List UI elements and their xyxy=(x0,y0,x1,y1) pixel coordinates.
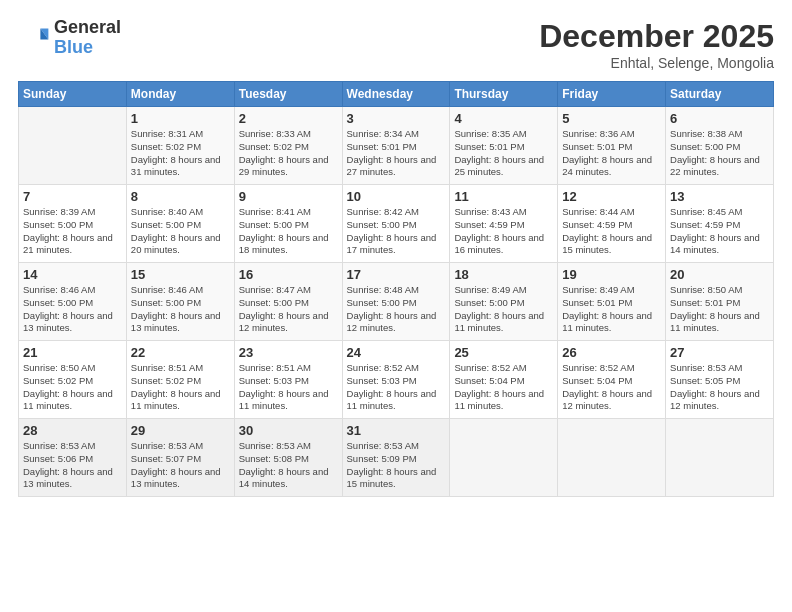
weekday-header: Friday xyxy=(558,82,666,107)
day-number: 8 xyxy=(131,189,230,204)
day-number: 23 xyxy=(239,345,338,360)
weekday-header: Tuesday xyxy=(234,82,342,107)
calendar-cell: 3Sunrise: 8:34 AMSunset: 5:01 PMDaylight… xyxy=(342,107,450,185)
calendar-body: 1Sunrise: 8:31 AMSunset: 5:02 PMDaylight… xyxy=(19,107,774,497)
calendar-cell: 27Sunrise: 8:53 AMSunset: 5:05 PMDayligh… xyxy=(666,341,774,419)
day-info: Sunrise: 8:53 AMSunset: 5:08 PMDaylight:… xyxy=(239,440,338,491)
weekday-header: Sunday xyxy=(19,82,127,107)
calendar-cell: 12Sunrise: 8:44 AMSunset: 4:59 PMDayligh… xyxy=(558,185,666,263)
weekday-header: Monday xyxy=(126,82,234,107)
calendar-cell: 29Sunrise: 8:53 AMSunset: 5:07 PMDayligh… xyxy=(126,419,234,497)
logo: General Blue xyxy=(18,18,121,58)
day-number: 30 xyxy=(239,423,338,438)
title-block: December 2025 Enhtal, Selenge, Mongolia xyxy=(539,18,774,71)
day-number: 3 xyxy=(347,111,446,126)
day-info: Sunrise: 8:39 AMSunset: 5:00 PMDaylight:… xyxy=(23,206,122,257)
day-info: Sunrise: 8:45 AMSunset: 4:59 PMDaylight:… xyxy=(670,206,769,257)
day-number: 27 xyxy=(670,345,769,360)
day-info: Sunrise: 8:31 AMSunset: 5:02 PMDaylight:… xyxy=(131,128,230,179)
calendar-cell: 2Sunrise: 8:33 AMSunset: 5:02 PMDaylight… xyxy=(234,107,342,185)
day-number: 18 xyxy=(454,267,553,282)
location: Enhtal, Selenge, Mongolia xyxy=(539,55,774,71)
day-number: 22 xyxy=(131,345,230,360)
calendar-cell: 4Sunrise: 8:35 AMSunset: 5:01 PMDaylight… xyxy=(450,107,558,185)
day-info: Sunrise: 8:46 AMSunset: 5:00 PMDaylight:… xyxy=(23,284,122,335)
day-number: 13 xyxy=(670,189,769,204)
day-info: Sunrise: 8:35 AMSunset: 5:01 PMDaylight:… xyxy=(454,128,553,179)
day-info: Sunrise: 8:50 AMSunset: 5:01 PMDaylight:… xyxy=(670,284,769,335)
calendar-cell: 18Sunrise: 8:49 AMSunset: 5:00 PMDayligh… xyxy=(450,263,558,341)
day-number: 5 xyxy=(562,111,661,126)
day-number: 19 xyxy=(562,267,661,282)
calendar-week-row: 28Sunrise: 8:53 AMSunset: 5:06 PMDayligh… xyxy=(19,419,774,497)
calendar-cell: 25Sunrise: 8:52 AMSunset: 5:04 PMDayligh… xyxy=(450,341,558,419)
day-number: 6 xyxy=(670,111,769,126)
logo-blue: Blue xyxy=(54,38,121,58)
day-info: Sunrise: 8:51 AMSunset: 5:02 PMDaylight:… xyxy=(131,362,230,413)
calendar-cell: 30Sunrise: 8:53 AMSunset: 5:08 PMDayligh… xyxy=(234,419,342,497)
day-info: Sunrise: 8:47 AMSunset: 5:00 PMDaylight:… xyxy=(239,284,338,335)
day-info: Sunrise: 8:52 AMSunset: 5:03 PMDaylight:… xyxy=(347,362,446,413)
calendar-week-row: 14Sunrise: 8:46 AMSunset: 5:00 PMDayligh… xyxy=(19,263,774,341)
day-info: Sunrise: 8:49 AMSunset: 5:01 PMDaylight:… xyxy=(562,284,661,335)
calendar-cell xyxy=(450,419,558,497)
day-number: 17 xyxy=(347,267,446,282)
day-number: 15 xyxy=(131,267,230,282)
month-title: December 2025 xyxy=(539,18,774,55)
day-number: 4 xyxy=(454,111,553,126)
calendar-cell: 17Sunrise: 8:48 AMSunset: 5:00 PMDayligh… xyxy=(342,263,450,341)
day-info: Sunrise: 8:36 AMSunset: 5:01 PMDaylight:… xyxy=(562,128,661,179)
day-number: 1 xyxy=(131,111,230,126)
day-number: 24 xyxy=(347,345,446,360)
day-info: Sunrise: 8:38 AMSunset: 5:00 PMDaylight:… xyxy=(670,128,769,179)
calendar-cell: 28Sunrise: 8:53 AMSunset: 5:06 PMDayligh… xyxy=(19,419,127,497)
day-info: Sunrise: 8:42 AMSunset: 5:00 PMDaylight:… xyxy=(347,206,446,257)
day-info: Sunrise: 8:49 AMSunset: 5:00 PMDaylight:… xyxy=(454,284,553,335)
day-info: Sunrise: 8:34 AMSunset: 5:01 PMDaylight:… xyxy=(347,128,446,179)
weekday-header: Thursday xyxy=(450,82,558,107)
calendar-header: SundayMondayTuesdayWednesdayThursdayFrid… xyxy=(19,82,774,107)
calendar-cell xyxy=(666,419,774,497)
calendar-cell: 24Sunrise: 8:52 AMSunset: 5:03 PMDayligh… xyxy=(342,341,450,419)
day-number: 16 xyxy=(239,267,338,282)
day-info: Sunrise: 8:52 AMSunset: 5:04 PMDaylight:… xyxy=(454,362,553,413)
calendar-table: SundayMondayTuesdayWednesdayThursdayFrid… xyxy=(18,81,774,497)
day-info: Sunrise: 8:51 AMSunset: 5:03 PMDaylight:… xyxy=(239,362,338,413)
day-info: Sunrise: 8:41 AMSunset: 5:00 PMDaylight:… xyxy=(239,206,338,257)
day-info: Sunrise: 8:43 AMSunset: 4:59 PMDaylight:… xyxy=(454,206,553,257)
calendar-cell: 9Sunrise: 8:41 AMSunset: 5:00 PMDaylight… xyxy=(234,185,342,263)
logo-text: General Blue xyxy=(54,18,121,58)
day-info: Sunrise: 8:40 AMSunset: 5:00 PMDaylight:… xyxy=(131,206,230,257)
header: General Blue December 2025 Enhtal, Selen… xyxy=(18,18,774,71)
calendar-cell: 15Sunrise: 8:46 AMSunset: 5:00 PMDayligh… xyxy=(126,263,234,341)
day-number: 28 xyxy=(23,423,122,438)
calendar-cell: 16Sunrise: 8:47 AMSunset: 5:00 PMDayligh… xyxy=(234,263,342,341)
day-number: 21 xyxy=(23,345,122,360)
calendar-cell: 14Sunrise: 8:46 AMSunset: 5:00 PMDayligh… xyxy=(19,263,127,341)
calendar-cell: 31Sunrise: 8:53 AMSunset: 5:09 PMDayligh… xyxy=(342,419,450,497)
day-info: Sunrise: 8:53 AMSunset: 5:06 PMDaylight:… xyxy=(23,440,122,491)
day-info: Sunrise: 8:46 AMSunset: 5:00 PMDaylight:… xyxy=(131,284,230,335)
day-number: 12 xyxy=(562,189,661,204)
day-number: 29 xyxy=(131,423,230,438)
calendar-cell: 11Sunrise: 8:43 AMSunset: 4:59 PMDayligh… xyxy=(450,185,558,263)
calendar-cell: 20Sunrise: 8:50 AMSunset: 5:01 PMDayligh… xyxy=(666,263,774,341)
weekday-header: Wednesday xyxy=(342,82,450,107)
day-number: 2 xyxy=(239,111,338,126)
day-number: 25 xyxy=(454,345,553,360)
calendar-cell: 8Sunrise: 8:40 AMSunset: 5:00 PMDaylight… xyxy=(126,185,234,263)
calendar-cell: 22Sunrise: 8:51 AMSunset: 5:02 PMDayligh… xyxy=(126,341,234,419)
day-info: Sunrise: 8:44 AMSunset: 4:59 PMDaylight:… xyxy=(562,206,661,257)
day-info: Sunrise: 8:48 AMSunset: 5:00 PMDaylight:… xyxy=(347,284,446,335)
calendar-cell xyxy=(558,419,666,497)
calendar-cell: 6Sunrise: 8:38 AMSunset: 5:00 PMDaylight… xyxy=(666,107,774,185)
day-info: Sunrise: 8:53 AMSunset: 5:05 PMDaylight:… xyxy=(670,362,769,413)
calendar-cell: 19Sunrise: 8:49 AMSunset: 5:01 PMDayligh… xyxy=(558,263,666,341)
day-number: 14 xyxy=(23,267,122,282)
day-number: 9 xyxy=(239,189,338,204)
day-number: 31 xyxy=(347,423,446,438)
calendar-cell: 21Sunrise: 8:50 AMSunset: 5:02 PMDayligh… xyxy=(19,341,127,419)
weekday-row: SundayMondayTuesdayWednesdayThursdayFrid… xyxy=(19,82,774,107)
day-number: 11 xyxy=(454,189,553,204)
calendar-cell: 23Sunrise: 8:51 AMSunset: 5:03 PMDayligh… xyxy=(234,341,342,419)
